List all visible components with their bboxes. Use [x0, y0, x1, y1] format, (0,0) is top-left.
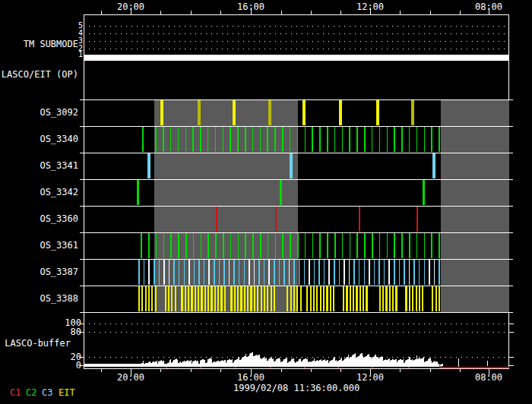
- bottom-minor-tick: [281, 368, 282, 372]
- event-tick: [413, 260, 415, 285]
- legend-c1: C1: [10, 388, 21, 398]
- left-edge-tick: [80, 179, 84, 180]
- event-tick: [240, 286, 242, 311]
- event-tick: [211, 286, 212, 311]
- event-tick: [334, 127, 336, 152]
- event-tick: [401, 233, 403, 258]
- buffer-right-tick: [509, 365, 514, 366]
- event-tick: [356, 286, 357, 311]
- event-tick: [230, 127, 231, 152]
- event-tick: [179, 260, 180, 285]
- event-tick: [215, 233, 217, 258]
- top-major-tick: [370, 8, 371, 14]
- event-tick: [282, 127, 283, 152]
- row-divider: [84, 126, 509, 127]
- event-bar: [339, 100, 342, 125]
- timeline-screen: 20:00 16:00 12:00 08:00 5 4 3 2 1 TM SUB…: [0, 0, 532, 404]
- event-tick: [300, 286, 302, 311]
- event-tick: [387, 233, 388, 258]
- event-tick: [379, 233, 381, 258]
- bottom-minor-tick: [220, 368, 221, 372]
- event-tick: [350, 286, 351, 311]
- event-tick: [349, 260, 350, 285]
- event-tick: [318, 260, 320, 285]
- event-tick: [194, 260, 195, 285]
- row-divider: [84, 179, 509, 180]
- event-tick: [163, 127, 164, 152]
- row-divider: [84, 153, 509, 153]
- event-tick: [330, 286, 331, 311]
- buffer-red-tick: [372, 367, 373, 368]
- legend-eit: EIT: [59, 388, 75, 398]
- right-edge-tick: [509, 99, 513, 100]
- buffer-80-dotted-line: [84, 332, 509, 333]
- event-tick: [237, 127, 239, 152]
- event-tick: [320, 286, 321, 311]
- event-bar: [147, 153, 150, 178]
- event-tick: [409, 127, 410, 152]
- event-tick: [356, 233, 358, 258]
- buffer-left-tick: [79, 365, 84, 366]
- row-label-os-3342: OS_3342: [0, 188, 78, 197]
- event-bar: [160, 100, 163, 125]
- event-tick: [353, 260, 355, 285]
- event-tick: [188, 286, 189, 311]
- row-label-os-3387: OS_3387: [0, 267, 78, 277]
- bottom-major-tick: [370, 368, 371, 375]
- buffer-red-tick: [304, 367, 306, 368]
- event-tick: [439, 286, 440, 311]
- event-tick: [409, 260, 410, 285]
- event-tick: [424, 233, 426, 258]
- buffer-right-tick: [509, 324, 514, 324]
- row-divider: [84, 312, 509, 313]
- right-edge-tick: [509, 153, 513, 153]
- event-tick: [148, 233, 150, 258]
- plot-top-border: [84, 14, 509, 15]
- event-tick: [282, 233, 283, 258]
- top-minor-tick: [430, 11, 431, 14]
- event-tick: [229, 260, 230, 285]
- event-tick: [274, 260, 275, 285]
- row-label-os-3361: OS_3361: [0, 241, 78, 251]
- event-tick: [195, 286, 196, 311]
- event-tick: [364, 260, 366, 285]
- event-tick: [261, 286, 262, 311]
- event-tick: [327, 127, 328, 152]
- buffer-right-tick: [509, 332, 514, 333]
- row-divider: [84, 206, 509, 207]
- event-tick: [419, 286, 420, 311]
- right-edge-tick: [509, 126, 513, 127]
- event-tick: [170, 233, 172, 258]
- left-edge-tick: [80, 153, 84, 153]
- event-tick: [155, 286, 157, 311]
- row-label-os-3388: OS_3388: [0, 294, 78, 304]
- event-tick: [142, 127, 144, 152]
- event-tick: [207, 233, 209, 258]
- event-tick: [283, 260, 285, 285]
- event-tick: [346, 286, 347, 311]
- event-tick: [254, 260, 255, 285]
- event-tick: [287, 286, 288, 311]
- event-tick: [364, 233, 366, 258]
- event-bar: [233, 100, 236, 125]
- plot-left-border: [84, 14, 84, 369]
- reference-date-label: 1999/02/08 11:36:00.000: [233, 383, 359, 393]
- event-tick: [230, 286, 232, 311]
- event-tick: [170, 127, 172, 152]
- event-tick: [419, 260, 420, 285]
- event-tick: [168, 286, 169, 311]
- event-tick: [237, 286, 239, 311]
- event-tick: [435, 286, 437, 311]
- event-tick: [305, 127, 306, 152]
- event-tick: [399, 260, 401, 285]
- event-tick: [394, 260, 395, 285]
- top-minor-tick: [160, 11, 161, 14]
- event-tick: [223, 233, 224, 258]
- event-tick: [198, 286, 199, 311]
- event-tick: [323, 286, 325, 311]
- buffer-100-dotted-line: [84, 324, 509, 324]
- event-tick: [364, 127, 366, 152]
- event-tick: [312, 127, 313, 152]
- event-tick: [312, 233, 314, 258]
- event-tick: [274, 286, 275, 311]
